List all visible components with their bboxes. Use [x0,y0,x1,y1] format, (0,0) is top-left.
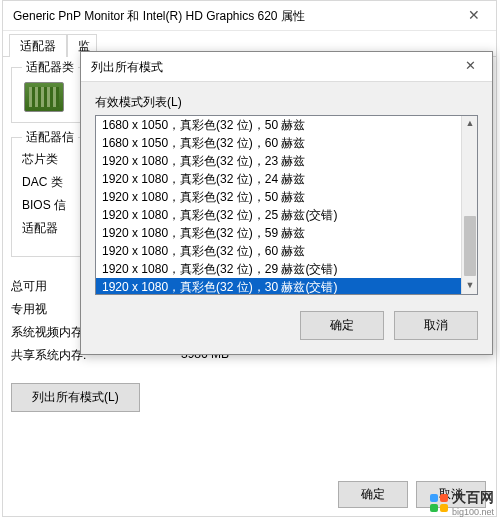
valid-modes-label: 有效模式列表(L) [95,94,478,111]
site-watermark: 大百网 big100.net [430,489,494,517]
adapter-info-label: 适配器信 [22,129,78,146]
dialog-close-button[interactable]: ✕ [452,54,488,80]
scroll-up-arrow-icon[interactable]: ▲ [462,116,478,132]
logo-icon [430,494,448,512]
scroll-down-arrow-icon[interactable]: ▼ [462,278,478,294]
list-modes-dialog: 列出所有模式 ✕ 有效模式列表(L) 1680 x 1050，真彩色(32 位)… [80,51,493,355]
dialog-title: 列出所有模式 [81,52,492,82]
mode-item[interactable]: 1680 x 1050，真彩色(32 位)，50 赫兹 [96,116,461,134]
window-close-button[interactable]: ✕ [451,1,496,31]
tab-adapter[interactable]: 适配器 [9,34,67,57]
logo-url: big100.net [452,507,494,517]
list-all-modes-button[interactable]: 列出所有模式(L) [11,383,140,412]
scroll-thumb[interactable] [464,216,476,276]
dialog-cancel-button[interactable]: 取消 [394,311,478,340]
listbox-scrollbar[interactable]: ▲ ▼ [461,116,477,294]
mode-item[interactable]: 1920 x 1080，真彩色(32 位)，24 赫兹 [96,170,461,188]
dialog-footer-buttons: 确定 取消 [95,311,478,340]
mode-item[interactable]: 1920 x 1080，真彩色(32 位)，59 赫兹 [96,224,461,242]
mode-item[interactable]: 1920 x 1080，真彩色(32 位)，30 赫兹(交错) [96,278,461,294]
window-title: Generic PnP Monitor 和 Intel(R) HD Graphi… [3,1,496,31]
dialog-ok-button[interactable]: 确定 [300,311,384,340]
mode-item[interactable]: 1920 x 1080，真彩色(32 位)，50 赫兹 [96,188,461,206]
adapter-type-label: 适配器类 [22,59,78,76]
modes-listbox[interactable]: 1680 x 1050，真彩色(32 位)，50 赫兹1680 x 1050，真… [95,115,478,295]
properties-ok-button[interactable]: 确定 [338,481,408,508]
graphics-card-icon [24,82,64,112]
logo-name: 大百网 [452,489,494,505]
mode-item[interactable]: 1680 x 1050，真彩色(32 位)，60 赫兹 [96,134,461,152]
mode-item[interactable]: 1920 x 1080，真彩色(32 位)，25 赫兹(交错) [96,206,461,224]
mode-item[interactable]: 1920 x 1080，真彩色(32 位)，29 赫兹(交错) [96,260,461,278]
mode-item[interactable]: 1920 x 1080，真彩色(32 位)，23 赫兹 [96,152,461,170]
dialog-body: 有效模式列表(L) 1680 x 1050，真彩色(32 位)，50 赫兹168… [81,82,492,354]
mode-item[interactable]: 1920 x 1080，真彩色(32 位)，60 赫兹 [96,242,461,260]
